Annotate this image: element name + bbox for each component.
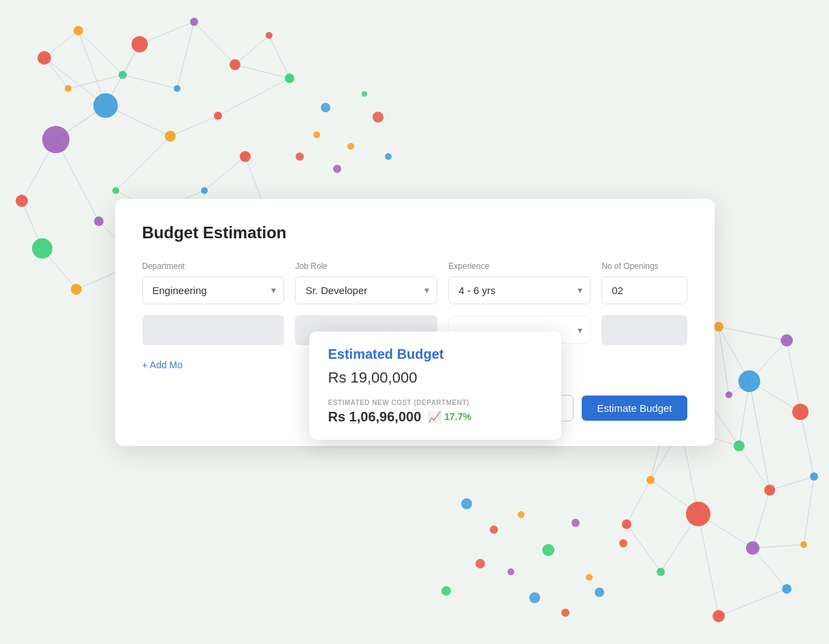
experience-select[interactable]: 0 - 2 yrs 2 - 4 yrs 4 - 6 yrs 6 - 8 yrs … <box>448 276 591 304</box>
main-content: Budget Estimation Department Engineering… <box>0 0 829 644</box>
popup-percentage-badge: 📈 17.7% <box>428 410 471 423</box>
jobrole-label: Job Role <box>295 261 437 271</box>
skeleton-group-4 <box>601 315 687 345</box>
add-more-link[interactable]: + Add Mo <box>142 359 183 370</box>
skeleton-group-1 <box>142 315 285 345</box>
experience-group: Experience 0 - 2 yrs 2 - 4 yrs 4 - 6 yrs… <box>448 261 591 304</box>
page-title: Budget Estimation <box>142 223 687 242</box>
experience-select-wrapper[interactable]: 0 - 2 yrs 2 - 4 yrs 4 - 6 yrs 6 - 8 yrs … <box>448 276 591 304</box>
openings-label: No of Openings <box>601 261 687 271</box>
experience-label: Experience <box>448 261 591 271</box>
department-group: Department Engineering Marketing Sales H… <box>142 261 285 304</box>
popup-percentage: 17.7% <box>444 411 471 422</box>
department-select[interactable]: Engineering Marketing Sales HR Finance <box>142 276 285 304</box>
skeleton-field-4 <box>601 315 687 345</box>
trend-up-icon: 📈 <box>428 410 441 423</box>
jobrole-select-wrapper[interactable]: Sr. Developer Jr. Developer Team Lead Ma… <box>295 276 437 304</box>
skeleton-field-1 <box>142 315 285 345</box>
estimate-budget-button[interactable]: Estimate Budget <box>582 396 687 421</box>
popup-new-cost-row: Rs 1,06,96,000 📈 17.7% <box>328 409 542 425</box>
department-label: Department <box>142 261 285 271</box>
popup-new-cost: Rs 1,06,96,000 <box>328 409 422 425</box>
popup-budget-value: Rs 19,00,000 <box>328 369 542 387</box>
estimated-budget-popup: Estimated Budget Rs 19,00,000 ESTIMATED … <box>309 332 561 440</box>
popup-new-cost-label: ESTIMATED NEW COST (DEPARTMENT) <box>328 399 542 406</box>
popup-title: Estimated Budget <box>328 347 542 362</box>
jobrole-select[interactable]: Sr. Developer Jr. Developer Team Lead Ma… <box>295 276 437 304</box>
jobrole-group: Job Role Sr. Developer Jr. Developer Tea… <box>295 261 437 304</box>
department-select-wrapper[interactable]: Engineering Marketing Sales HR Finance <box>142 276 285 304</box>
budget-card: Budget Estimation Department Engineering… <box>115 199 715 446</box>
form-row-1: Department Engineering Marketing Sales H… <box>142 261 687 304</box>
openings-group: No of Openings <box>601 261 687 304</box>
openings-input[interactable] <box>601 276 687 304</box>
